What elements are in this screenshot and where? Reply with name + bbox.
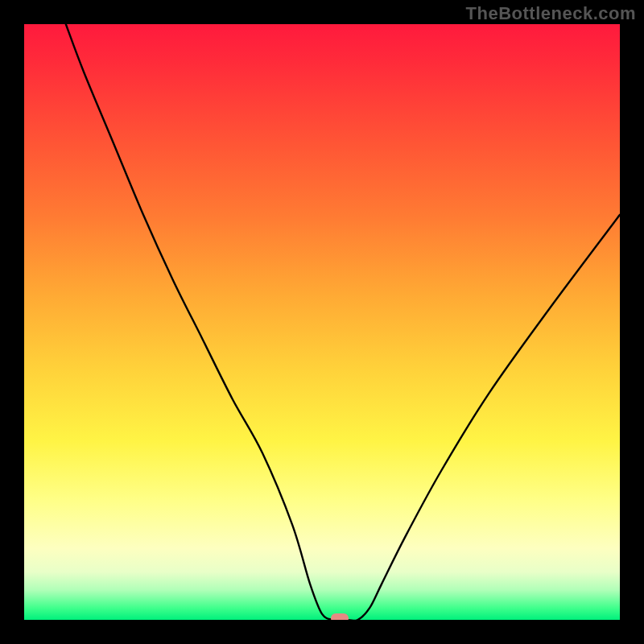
bottleneck-curve: [24, 24, 620, 620]
watermark-text: TheBottleneck.com: [466, 3, 636, 24]
chart-frame: TheBottleneck.com: [0, 0, 644, 644]
minimum-marker: [331, 613, 349, 620]
plot-area: [24, 24, 620, 620]
curve-path: [66, 24, 620, 620]
